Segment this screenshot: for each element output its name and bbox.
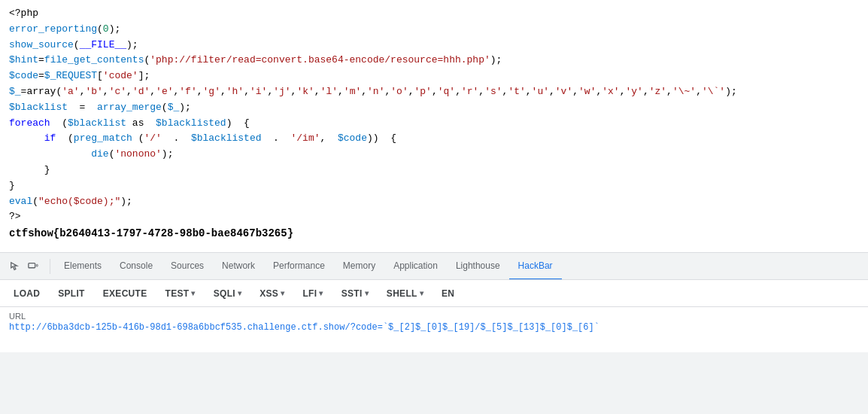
code-line-8: foreach ($blacklist as $blacklisted) { (9, 116, 859, 132)
test-label: TEST (165, 288, 190, 299)
code-line-10: die('nonono'); (9, 147, 859, 163)
test-arrow: ▾ (191, 289, 195, 297)
code-line-6: $_=array('a','b','c','d','e','f','g','h'… (9, 84, 859, 100)
lfi-arrow: ▾ (319, 289, 323, 297)
test-button[interactable]: TEST ▾ (158, 283, 203, 304)
devtools-panel: Elements Console Sources Network Perform… (0, 252, 868, 414)
ssti-arrow: ▾ (365, 289, 369, 297)
execute-button[interactable]: EXECUTE (96, 283, 155, 304)
more-button[interactable]: EN (434, 283, 462, 304)
sqli-button[interactable]: SQLI ▾ (206, 283, 250, 304)
url-section: URL http://6bba3dcb-125b-416b-98d1-698a6… (0, 307, 868, 352)
url-label: URL (9, 312, 859, 321)
inspect-icon[interactable] (6, 257, 24, 275)
ssti-button[interactable]: SSTI ▾ (334, 283, 376, 304)
xss-arrow: ▾ (281, 289, 284, 297)
tab-hackbar[interactable]: HackBar (509, 253, 562, 280)
sqli-arrow: ▾ (238, 289, 241, 297)
code-line-3: show_source(__FILE__); (9, 38, 859, 53)
load-button[interactable]: LOAD (6, 283, 47, 304)
more-label: EN (442, 288, 454, 299)
code-line-11: } (9, 163, 859, 178)
code-line-7: $blacklist = array_merge($_); (9, 100, 859, 116)
code-line-5: $code=$_REQUEST['code']; (9, 68, 859, 84)
devtools-icon-group (6, 257, 42, 275)
tab-divider (50, 259, 50, 274)
url-value[interactable]: http://6bba3dcb-125b-416b-98d1-698a6bbcf… (9, 322, 859, 333)
tab-memory[interactable]: Memory (334, 253, 384, 280)
tab-application[interactable]: Application (384, 253, 447, 280)
tab-lighthouse[interactable]: Lighthouse (447, 253, 509, 280)
tab-performance[interactable]: Performance (264, 253, 334, 280)
svg-rect-0 (29, 263, 35, 267)
lfi-label: LFI (302, 288, 317, 299)
ctf-flag: ctfshow{b2640413-1797-4728-98b0-bae8467b… (9, 225, 859, 242)
device-icon[interactable] (24, 257, 42, 275)
devtools-tabs-row: Elements Console Sources Network Perform… (0, 253, 868, 280)
code-line-4: $hint=file_get_contents('php://filter/re… (9, 53, 859, 68)
tab-console[interactable]: Console (111, 253, 162, 280)
code-line-1: <?php (9, 6, 859, 22)
code-line-13: eval("echo($code);"); (9, 194, 859, 210)
tab-network[interactable]: Network (213, 253, 264, 280)
code-line-14: ?> (9, 209, 859, 225)
ssti-label: SSTI (341, 288, 363, 299)
svg-rect-1 (36, 264, 38, 266)
shell-button[interactable]: SHELL ▾ (379, 283, 431, 304)
sqli-label: SQLI (214, 288, 235, 299)
code-line-2: error_reporting(0); (9, 22, 859, 38)
tab-elements[interactable]: Elements (55, 253, 111, 280)
code-line-9: if (preg_match ('/' . $blacklisted . '/i… (9, 131, 859, 147)
xss-label: XSS (259, 288, 278, 299)
hackbar-toolbar: LOAD SPLIT EXECUTE TEST ▾ SQLI ▾ XSS ▾ L… (0, 280, 868, 307)
tab-sources[interactable]: Sources (162, 253, 213, 280)
xss-button[interactable]: XSS ▾ (252, 283, 292, 304)
split-button[interactable]: SPLIT (50, 283, 93, 304)
code-line-12: } (9, 178, 859, 194)
code-display: <?php error_reporting(0); show_source(__… (0, 0, 868, 252)
shell-arrow: ▾ (420, 289, 423, 297)
lfi-button[interactable]: LFI ▾ (295, 283, 330, 304)
shell-label: SHELL (387, 288, 417, 299)
